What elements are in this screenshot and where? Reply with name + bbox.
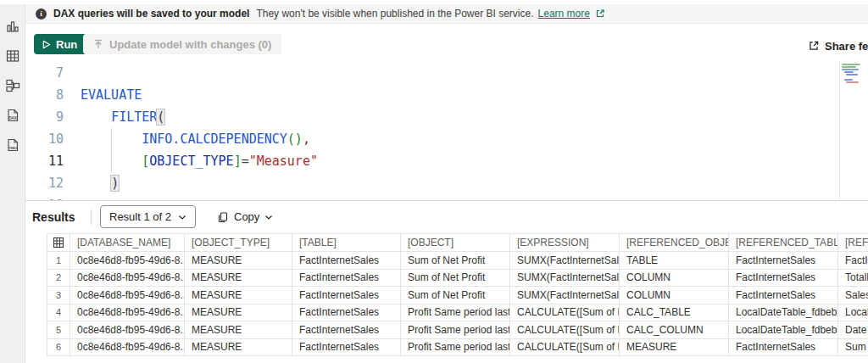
- code-line[interactable]: 13: [25, 194, 868, 200]
- table-cell[interactable]: CALCULATE([Sum of Ne...: [510, 321, 620, 339]
- code-line[interactable]: 9 FILTER(: [25, 106, 868, 128]
- svg-text:DAX: DAX: [8, 116, 18, 120]
- banner-subtitle: They won't be visible when published in …: [256, 8, 533, 20]
- run-button[interactable]: Run: [34, 34, 87, 54]
- share-feedback-button[interactable]: Share feedback: [808, 36, 868, 55]
- table-cell[interactable]: 0c8e46d8-fb95-49d6-8...: [70, 270, 185, 288]
- table-cell[interactable]: LocalDateTable_fdbeb3...: [729, 321, 838, 339]
- result-selector-label: Result 1 of 2: [109, 210, 171, 223]
- update-model-button[interactable]: Update model with changes (0): [83, 34, 281, 54]
- column-header: [DATABASE_NAME]: [70, 233, 185, 252]
- column-header: [OBJECT_TYPE]: [185, 233, 292, 252]
- line-number: 11: [25, 150, 64, 172]
- table-cell[interactable]: FactInternetSales: [838, 252, 868, 270]
- table-cell[interactable]: COLUMN: [620, 287, 729, 304]
- line-number: 13: [25, 194, 64, 200]
- learn-more-link[interactable]: Learn more: [538, 8, 590, 20]
- sidebar-item-tmdl-view[interactable]: TMDL: [4, 137, 21, 154]
- table-cell[interactable]: TABLE: [620, 252, 729, 270]
- table-cell[interactable]: Date: [838, 321, 868, 339]
- column-header: [REFERENCED_OBJECT_...: [620, 233, 729, 252]
- table-cell[interactable]: FactInternetSales: [292, 339, 401, 357]
- column-header: [TABLE]: [292, 233, 401, 252]
- table-cell[interactable]: FactInternetSales: [729, 270, 838, 288]
- table-cell[interactable]: 0c8e46d8-fb95-49d6-8...: [70, 252, 185, 270]
- code-line[interactable]: 8EVALUATE: [25, 84, 868, 106]
- table-cell[interactable]: MEASURE: [185, 321, 292, 339]
- sidebar-item-model-view[interactable]: [4, 77, 21, 94]
- row-number: 6: [47, 339, 70, 357]
- table-cell[interactable]: SUMX(FactInternetSales,...: [510, 270, 620, 288]
- table-cell[interactable]: FactInternetSales: [292, 321, 401, 339]
- minimap-line: [842, 69, 859, 70]
- table-cell[interactable]: FactInternetSales: [292, 270, 401, 288]
- copy-button[interactable]: Copy: [210, 205, 280, 228]
- code-text: [64, 194, 81, 200]
- table-cell[interactable]: Sum of: [838, 339, 868, 357]
- table-cell[interactable]: Profit Same period last ...: [401, 339, 510, 357]
- sidebar-item-dax-query-view[interactable]: DAX: [4, 107, 21, 124]
- table-cell[interactable]: LocalDa: [838, 304, 868, 322]
- code-line[interactable]: 7: [25, 62, 868, 84]
- table-cell[interactable]: TotalPr: [838, 270, 868, 288]
- table-cell[interactable]: FactInternetSales: [292, 287, 401, 304]
- code-text: ): [64, 172, 119, 194]
- table-cell[interactable]: 0c8e46d8-fb95-49d6-8...: [70, 321, 185, 339]
- column-header: [REFERENCED_TABLE]: [729, 233, 838, 252]
- dax-code-editor[interactable]: 78EVALUATE9 FILTER(10 INFO.CALCDEPENDENC…: [25, 62, 868, 200]
- share-external-icon: [808, 40, 820, 52]
- editor-minimap[interactable]: [842, 64, 865, 165]
- table-cell[interactable]: MEASURE: [620, 339, 729, 357]
- table-cell[interactable]: SalesAm: [838, 287, 868, 304]
- code-line[interactable]: 10 INFO.CALCDEPENDENCY(),: [25, 128, 868, 150]
- play-icon: [42, 40, 51, 49]
- code-text: [64, 62, 81, 84]
- table-cell[interactable]: CALC_COLUMN: [620, 321, 729, 339]
- table-cell[interactable]: SUMX(FactInternetSales,...: [510, 252, 620, 270]
- table-cell[interactable]: CALCULATE([Sum of Ne...: [510, 339, 620, 357]
- banner-title: DAX queries will be saved to your model: [53, 8, 249, 20]
- table-cell[interactable]: COLUMN: [620, 270, 729, 288]
- results-header-divider: [91, 209, 92, 225]
- sidebar-item-report-view[interactable]: [4, 18, 21, 35]
- copy-button-label: Copy: [234, 210, 259, 223]
- table-cell[interactable]: FactInternetSales: [292, 304, 401, 322]
- table-cell[interactable]: Profit Same period last ...: [401, 321, 510, 339]
- table-cell[interactable]: FactInternetSales: [729, 339, 838, 357]
- code-line[interactable]: 12 ): [25, 172, 868, 194]
- line-number: 10: [25, 128, 64, 150]
- share-feedback-label: Share feedback: [825, 40, 868, 53]
- table-cell[interactable]: 0c8e46d8-fb95-49d6-8...: [70, 339, 185, 357]
- table-cell[interactable]: LocalDateTable_fdbeb3...: [729, 304, 838, 322]
- table-cell[interactable]: MEASURE: [185, 270, 292, 288]
- table-cell[interactable]: MEASURE: [185, 339, 292, 357]
- table-cell[interactable]: FactInternetSales: [292, 252, 401, 270]
- table-cell[interactable]: MEASURE: [185, 287, 292, 304]
- table-cell[interactable]: CALC_TABLE: [620, 304, 729, 322]
- notification-banner: i DAX queries will be saved to your mode…: [25, 4, 868, 24]
- table-cell[interactable]: 0c8e46d8-fb95-49d6-8...: [70, 304, 185, 322]
- table-cell[interactable]: Sum of Net Profit: [401, 270, 510, 288]
- view-sidebar: DAX TMDL: [0, 4, 25, 363]
- table-grid-icon: [5, 48, 20, 64]
- sidebar-item-table-view[interactable]: [4, 47, 21, 64]
- copy-icon: [217, 211, 229, 223]
- table-cell[interactable]: MEASURE: [185, 304, 292, 322]
- code-line[interactable]: 11 [OBJECT_TYPE]="Measure": [25, 150, 868, 172]
- dax-file-icon: DAX: [5, 108, 20, 123]
- results-panel: Results Result 1 of 2 Copy [DATABASE_NAM…: [25, 200, 868, 363]
- result-selector-dropdown[interactable]: Result 1 of 2: [100, 205, 196, 228]
- table-cell[interactable]: Sum of Net Profit: [401, 287, 510, 304]
- query-toolbar: Run Update model with changes (0) Share …: [25, 24, 868, 62]
- table-cell[interactable]: CALCULATE([Sum of Ne...: [510, 304, 620, 322]
- table-cell[interactable]: FactInternetSales: [729, 287, 838, 304]
- table-cell[interactable]: Profit Same period last ...: [401, 304, 510, 322]
- table-cell[interactable]: Sum of Net Profit: [401, 252, 510, 270]
- upload-arrow-icon: [93, 39, 103, 49]
- table-cell[interactable]: MEASURE: [185, 252, 292, 270]
- column-header: [EXPRESSION]: [510, 233, 620, 252]
- table-cell[interactable]: SUMX(FactInternetSales,...: [510, 287, 620, 304]
- table-cell[interactable]: 0c8e46d8-fb95-49d6-8...: [70, 287, 185, 304]
- minimap-line: [846, 81, 859, 83]
- table-cell[interactable]: FactInternetSales: [729, 252, 838, 270]
